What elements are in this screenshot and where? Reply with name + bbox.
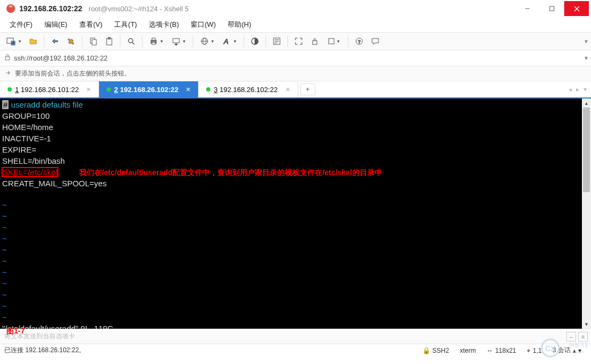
menu-file[interactable]: 文件(F) [4, 18, 38, 32]
scroll-down-icon[interactable]: ▼ [582, 320, 591, 329]
toolbar-sep [120, 35, 120, 47]
scrollbar[interactable]: ▲ ▼ [582, 98, 591, 329]
tab-nav: ◂ ▸ ▾ [564, 81, 591, 97]
session-tab-3[interactable]: 3 192.168.26.102:22 ✕ [199, 81, 298, 97]
transfer-button[interactable]: ▼ [168, 34, 190, 49]
tab-next-icon[interactable]: ▸ [576, 86, 579, 93]
tab-close-icon[interactable]: ✕ [186, 86, 191, 93]
toolbar-sep [193, 35, 193, 47]
svg-text:CXHLNET: CXHLNET [569, 351, 584, 354]
svg-rect-10 [107, 39, 112, 45]
hint-bar: 要添加当前会话，点击左侧的箭头按钮。 [0, 66, 591, 81]
lock-icon [4, 54, 11, 62]
tab-prev-icon[interactable]: ◂ [569, 86, 572, 93]
menu-tools[interactable]: 工具(T) [109, 18, 142, 32]
toolbar-sep [44, 35, 44, 47]
title-bar: 192.168.26.102:22 root@vms002:~/rh124 - … [0, 0, 591, 17]
scroll-thumb[interactable] [583, 108, 590, 192]
help-button[interactable]: ? [352, 34, 367, 49]
menu-window[interactable]: 窗口(W) [185, 18, 221, 32]
highlight-skel: SKEL=/etc/skel [2, 168, 58, 177]
lock-button[interactable] [307, 34, 322, 49]
address-dropdown-icon[interactable]: ▼ [584, 55, 589, 61]
hint-arrow-icon[interactable] [4, 69, 12, 78]
open-button[interactable] [26, 34, 41, 49]
copy-button[interactable] [86, 34, 101, 49]
lock-small-icon: 🔒 [422, 347, 430, 354]
menu-help[interactable]: 帮助(H) [222, 18, 256, 32]
paste-button[interactable] [102, 34, 117, 49]
status-dot-icon [107, 87, 111, 92]
menu-view[interactable]: 查看(V) [74, 18, 108, 32]
menu-tabs[interactable]: 选项卡(B) [143, 18, 184, 32]
hint-text: 要添加当前会话，点击左侧的箭头按钮。 [15, 69, 131, 78]
svg-rect-11 [108, 37, 110, 39]
toolbar-sep [244, 35, 244, 47]
terminal[interactable]: # useradd defaults file GROUP=100 HOME=/… [0, 98, 582, 329]
title-host: 192.168.26.102:22 [19, 4, 82, 13]
profile-dropdown[interactable]: ▼ [323, 34, 345, 49]
svg-text:?: ? [358, 39, 360, 44]
find-button[interactable] [124, 34, 139, 49]
watermark-logo: CX创新互联CXHLNET [540, 337, 588, 359]
toolbar-sep [266, 35, 266, 47]
toolbar-sep [142, 35, 142, 47]
svg-text:创新互联: 创新互联 [569, 342, 588, 348]
svg-point-12 [128, 39, 133, 43]
tab-close-icon[interactable]: ✕ [86, 86, 91, 93]
tab-add-button[interactable]: + [300, 84, 315, 95]
maximize-button[interactable] [540, 1, 564, 16]
toolbar-sep [82, 35, 82, 47]
tab-strip: 1 192.168.26.101:22 ✕ 2 192.168.26.102:2… [0, 81, 591, 98]
status-bar: 已连接 192.168.26.102:22。 🔒SSH2 xterm ↔118x… [0, 344, 591, 357]
status-term: xterm [454, 347, 481, 354]
scroll-track[interactable] [582, 108, 591, 320]
tab-list-icon[interactable]: ▾ [584, 86, 587, 93]
toolbar: +▼ ▼ ▼ ▼ A▼ ▼ ? ▼ [0, 32, 591, 50]
svg-rect-16 [152, 42, 155, 44]
session-tab-1[interactable]: 1 192.168.26.101:22 ✕ [0, 81, 99, 97]
menu-edit[interactable]: 编辑(E) [39, 18, 73, 32]
broadcast-input-bar[interactable]: 将文本发送到当前选项卡 – ≡ [0, 329, 591, 344]
svg-rect-28 [329, 39, 334, 44]
app-icon [5, 3, 16, 14]
cursor-icon: ⌖ [527, 347, 531, 354]
toolbar-overflow-icon[interactable]: ▼ [584, 39, 589, 44]
minimize-button[interactable] [515, 1, 540, 16]
svg-text:CX: CX [545, 344, 556, 353]
svg-rect-9 [92, 40, 96, 45]
terminal-area: # useradd defaults file GROUP=100 HOME=/… [0, 98, 591, 329]
fullscreen-button[interactable] [291, 34, 306, 49]
address-url: ssh://root@192.168.26.102:22 [14, 54, 108, 62]
status-protocol: 🔒SSH2 [417, 347, 454, 354]
status-connected: 已连接 192.168.26.102:22。 [4, 346, 417, 355]
address-bar[interactable]: ssh://root@192.168.26.102:22 ▼ [0, 50, 591, 66]
color-scheme-button[interactable] [247, 34, 262, 49]
svg-rect-15 [152, 38, 155, 40]
session-tab-2[interactable]: 2 192.168.26.102:22 ✕ [99, 81, 199, 97]
svg-rect-27 [313, 41, 317, 44]
connect-button[interactable] [48, 34, 63, 49]
scroll-up-icon[interactable]: ▲ [582, 98, 591, 108]
print-button[interactable]: ▼ [146, 34, 167, 49]
menu-bar: 文件(F) 编辑(E) 查看(V) 工具(T) 选项卡(B) 窗口(W) 帮助(… [0, 17, 591, 32]
svg-rect-2 [550, 6, 554, 11]
svg-rect-17 [173, 39, 179, 43]
status-dot-icon [7, 87, 12, 92]
svg-text:A: A [223, 37, 229, 46]
globe-button[interactable]: ▼ [196, 34, 218, 49]
disconnect-button[interactable] [64, 34, 79, 49]
font-button[interactable]: A▼ [219, 34, 240, 49]
close-button[interactable] [564, 1, 589, 16]
figure-caption: 图1-7 [6, 327, 25, 336]
new-session-button[interactable]: +▼ [3, 34, 25, 49]
tab-close-icon[interactable]: ✕ [285, 86, 290, 93]
chat-button[interactable] [368, 34, 383, 49]
title-subtitle: root@vms002:~/rh124 - Xshell 5 [89, 5, 189, 13]
status-size: ↔118x21 [481, 347, 521, 354]
toolbar-sep [348, 35, 348, 47]
annotation: 我们在/etc/default/useradd配置文件中，查询到用户家目录的模板… [79, 168, 382, 177]
toolbar-sep [287, 35, 288, 47]
svg-rect-31 [5, 57, 10, 60]
script-button[interactable] [269, 34, 284, 49]
